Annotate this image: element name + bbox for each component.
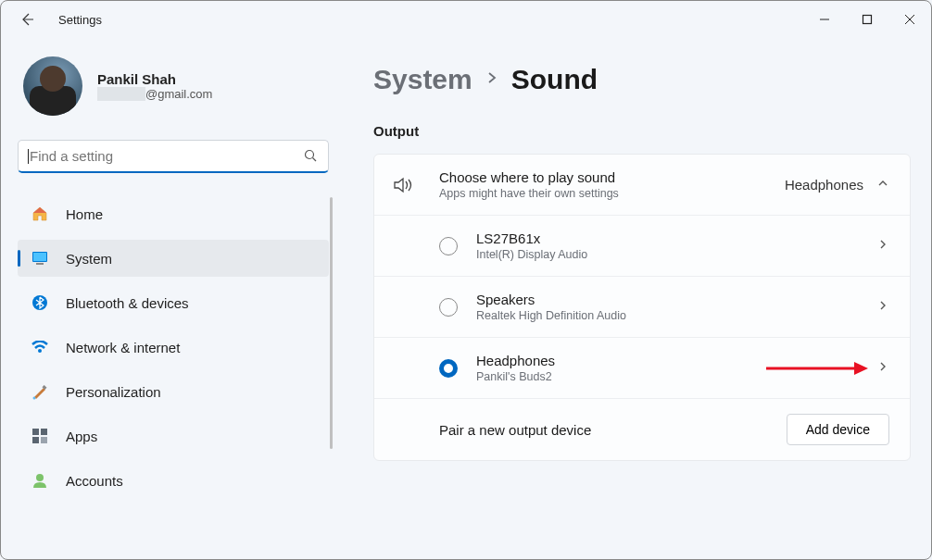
home-icon bbox=[31, 205, 49, 223]
sidebar: Pankil Shah xxxxxxxx@gmail.com Home Syst… bbox=[1, 38, 334, 559]
titlebar: Settings bbox=[1, 1, 931, 38]
choose-output-title: Choose where to play sound bbox=[439, 169, 785, 185]
chevron-right-icon bbox=[876, 299, 889, 316]
sidebar-item-label: Personalization bbox=[66, 384, 161, 400]
nav: Home System Bluetooth & devices Network … bbox=[18, 195, 329, 499]
apps-icon bbox=[31, 427, 49, 445]
device-sub: Intel(R) Display Audio bbox=[476, 248, 876, 261]
volume-icon bbox=[391, 177, 417, 193]
breadcrumb: System Sound bbox=[373, 64, 911, 95]
chevron-right-icon bbox=[876, 360, 889, 377]
svg-rect-16 bbox=[41, 437, 47, 443]
choose-output-sub: Apps might have their own settings bbox=[439, 187, 785, 200]
accounts-icon bbox=[31, 471, 49, 490]
device-name: Speakers bbox=[476, 292, 876, 307]
pair-device-title: Pair a new output device bbox=[439, 422, 787, 438]
sidebar-item-label: Accounts bbox=[66, 473, 123, 489]
personalization-icon bbox=[31, 382, 49, 401]
sidebar-item-label: Apps bbox=[66, 429, 97, 444]
close-button[interactable] bbox=[888, 5, 931, 34]
output-device-row[interactable]: LS27B61x Intel(R) Display Audio bbox=[374, 215, 910, 276]
chevron-up-icon bbox=[876, 177, 889, 193]
add-device-button[interactable]: Add device bbox=[787, 414, 889, 445]
avatar bbox=[23, 56, 82, 116]
user-block[interactable]: Pankil Shah xxxxxxxx@gmail.com bbox=[18, 56, 334, 116]
sidebar-item-personalization[interactable]: Personalization bbox=[18, 373, 329, 410]
search-wrap bbox=[18, 140, 329, 173]
maximize-icon bbox=[862, 14, 873, 25]
maximize-button[interactable] bbox=[846, 5, 888, 34]
svg-rect-1 bbox=[863, 16, 872, 24]
svg-rect-8 bbox=[36, 263, 44, 265]
sidebar-item-bluetooth[interactable]: Bluetooth & devices bbox=[18, 284, 329, 321]
pair-device-row: Pair a new output device Add device bbox=[374, 398, 910, 460]
radio-unchecked[interactable] bbox=[439, 237, 458, 255]
svg-point-12 bbox=[33, 397, 36, 400]
svg-rect-7 bbox=[33, 253, 46, 261]
system-icon bbox=[31, 249, 49, 268]
minimize-button[interactable] bbox=[803, 5, 846, 34]
choose-output-value: Headphones bbox=[785, 177, 863, 193]
chevron-right-icon bbox=[485, 71, 498, 88]
output-device-row[interactable]: Headphones Pankil's Buds2 bbox=[374, 337, 910, 398]
radio-checked[interactable] bbox=[439, 359, 458, 378]
search-input[interactable] bbox=[18, 140, 329, 173]
radio-unchecked[interactable] bbox=[439, 298, 458, 317]
window-controls bbox=[803, 5, 931, 34]
sidebar-item-label: Network & internet bbox=[66, 340, 180, 355]
text-caret bbox=[28, 149, 29, 164]
search-icon bbox=[304, 149, 318, 167]
close-icon bbox=[904, 14, 915, 25]
output-device-row[interactable]: Speakers Realtek High Definition Audio bbox=[374, 276, 910, 337]
sidebar-item-label: Bluetooth & devices bbox=[66, 295, 189, 311]
svg-rect-13 bbox=[32, 429, 39, 435]
sidebar-item-home[interactable]: Home bbox=[18, 195, 329, 232]
sidebar-item-accounts[interactable]: Accounts bbox=[18, 462, 329, 499]
device-sub: Pankil's Buds2 bbox=[476, 370, 876, 383]
user-email: xxxxxxxx@gmail.com bbox=[97, 87, 212, 101]
sidebar-item-apps[interactable]: Apps bbox=[18, 417, 329, 454]
svg-rect-15 bbox=[32, 437, 39, 443]
svg-point-17 bbox=[36, 474, 44, 481]
output-card: Choose where to play sound Apps might ha… bbox=[373, 154, 911, 461]
svg-point-4 bbox=[306, 151, 314, 159]
bluetooth-icon bbox=[31, 293, 49, 312]
scrollbar[interactable] bbox=[330, 197, 333, 449]
choose-output-row[interactable]: Choose where to play sound Apps might ha… bbox=[374, 155, 910, 215]
sidebar-item-network[interactable]: Network & internet bbox=[18, 329, 329, 366]
device-name: LS27B61x bbox=[476, 230, 876, 246]
network-icon bbox=[31, 338, 49, 356]
window-title: Settings bbox=[58, 13, 102, 27]
chevron-right-icon bbox=[876, 238, 889, 255]
svg-line-5 bbox=[313, 158, 317, 162]
minimize-icon bbox=[819, 14, 830, 25]
back-arrow-icon bbox=[19, 12, 34, 27]
main-content: System Sound Output Choose where to play… bbox=[334, 38, 931, 559]
breadcrumb-current: Sound bbox=[511, 64, 598, 95]
device-sub: Realtek High Definition Audio bbox=[476, 309, 876, 322]
user-name: Pankil Shah bbox=[97, 71, 212, 87]
section-output-label: Output bbox=[373, 123, 911, 139]
sidebar-item-system[interactable]: System bbox=[18, 240, 329, 277]
svg-point-10 bbox=[38, 349, 42, 353]
sidebar-item-label: System bbox=[66, 251, 112, 267]
back-button[interactable] bbox=[18, 10, 36, 29]
device-name: Headphones bbox=[476, 353, 876, 368]
sidebar-item-label: Home bbox=[66, 206, 103, 222]
svg-rect-14 bbox=[41, 429, 47, 435]
breadcrumb-parent[interactable]: System bbox=[373, 64, 472, 95]
